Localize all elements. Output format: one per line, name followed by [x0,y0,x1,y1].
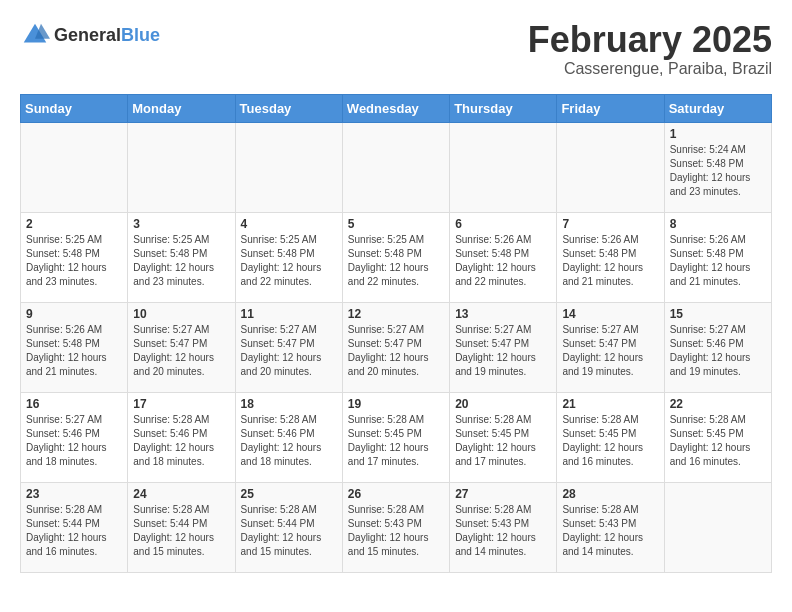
col-wednesday: Wednesday [342,94,449,122]
calendar-cell: 26Sunrise: 5:28 AM Sunset: 5:43 PM Dayli… [342,482,449,572]
day-number: 7 [562,217,658,231]
col-tuesday: Tuesday [235,94,342,122]
col-friday: Friday [557,94,664,122]
day-number: 2 [26,217,122,231]
calendar-cell: 12Sunrise: 5:27 AM Sunset: 5:47 PM Dayli… [342,302,449,392]
day-number: 24 [133,487,229,501]
day-number: 10 [133,307,229,321]
calendar-week-1: 1Sunrise: 5:24 AM Sunset: 5:48 PM Daylig… [21,122,772,212]
calendar-cell: 10Sunrise: 5:27 AM Sunset: 5:47 PM Dayli… [128,302,235,392]
col-sunday: Sunday [21,94,128,122]
day-info: Sunrise: 5:27 AM Sunset: 5:47 PM Dayligh… [133,323,229,379]
logo: GeneralBlue [20,20,160,50]
day-info: Sunrise: 5:28 AM Sunset: 5:44 PM Dayligh… [133,503,229,559]
col-saturday: Saturday [664,94,771,122]
day-number: 3 [133,217,229,231]
day-number: 16 [26,397,122,411]
calendar-cell: 17Sunrise: 5:28 AM Sunset: 5:46 PM Dayli… [128,392,235,482]
calendar-cell: 9Sunrise: 5:26 AM Sunset: 5:48 PM Daylig… [21,302,128,392]
day-info: Sunrise: 5:28 AM Sunset: 5:43 PM Dayligh… [455,503,551,559]
day-number: 1 [670,127,766,141]
day-number: 15 [670,307,766,321]
calendar-cell: 1Sunrise: 5:24 AM Sunset: 5:48 PM Daylig… [664,122,771,212]
day-info: Sunrise: 5:28 AM Sunset: 5:45 PM Dayligh… [670,413,766,469]
day-number: 6 [455,217,551,231]
logo-blue-text: Blue [121,25,160,45]
page-header: GeneralBlue February 2025 Casserengue, P… [20,20,772,78]
calendar-cell: 3Sunrise: 5:25 AM Sunset: 5:48 PM Daylig… [128,212,235,302]
calendar-cell: 7Sunrise: 5:26 AM Sunset: 5:48 PM Daylig… [557,212,664,302]
day-info: Sunrise: 5:26 AM Sunset: 5:48 PM Dayligh… [455,233,551,289]
day-number: 13 [455,307,551,321]
calendar-cell: 18Sunrise: 5:28 AM Sunset: 5:46 PM Dayli… [235,392,342,482]
calendar-cell: 16Sunrise: 5:27 AM Sunset: 5:46 PM Dayli… [21,392,128,482]
calendar-week-2: 2Sunrise: 5:25 AM Sunset: 5:48 PM Daylig… [21,212,772,302]
calendar-cell: 22Sunrise: 5:28 AM Sunset: 5:45 PM Dayli… [664,392,771,482]
calendar-cell: 5Sunrise: 5:25 AM Sunset: 5:48 PM Daylig… [342,212,449,302]
calendar-cell: 23Sunrise: 5:28 AM Sunset: 5:44 PM Dayli… [21,482,128,572]
calendar-cell [557,122,664,212]
calendar-cell: 14Sunrise: 5:27 AM Sunset: 5:47 PM Dayli… [557,302,664,392]
calendar-cell: 27Sunrise: 5:28 AM Sunset: 5:43 PM Dayli… [450,482,557,572]
calendar-week-5: 23Sunrise: 5:28 AM Sunset: 5:44 PM Dayli… [21,482,772,572]
calendar-cell: 28Sunrise: 5:28 AM Sunset: 5:43 PM Dayli… [557,482,664,572]
calendar-cell [21,122,128,212]
day-number: 20 [455,397,551,411]
day-info: Sunrise: 5:28 AM Sunset: 5:46 PM Dayligh… [241,413,337,469]
logo-general-text: General [54,25,121,45]
day-info: Sunrise: 5:28 AM Sunset: 5:44 PM Dayligh… [241,503,337,559]
calendar-table: Sunday Monday Tuesday Wednesday Thursday… [20,94,772,573]
day-info: Sunrise: 5:28 AM Sunset: 5:45 PM Dayligh… [455,413,551,469]
calendar-cell [235,122,342,212]
day-number: 22 [670,397,766,411]
calendar-cell: 21Sunrise: 5:28 AM Sunset: 5:45 PM Dayli… [557,392,664,482]
day-info: Sunrise: 5:25 AM Sunset: 5:48 PM Dayligh… [26,233,122,289]
logo-icon [20,20,50,50]
subtitle: Casserengue, Paraiba, Brazil [528,60,772,78]
calendar-cell: 15Sunrise: 5:27 AM Sunset: 5:46 PM Dayli… [664,302,771,392]
day-info: Sunrise: 5:25 AM Sunset: 5:48 PM Dayligh… [348,233,444,289]
day-number: 8 [670,217,766,231]
day-info: Sunrise: 5:25 AM Sunset: 5:48 PM Dayligh… [241,233,337,289]
title-area: February 2025 Casserengue, Paraiba, Braz… [528,20,772,78]
header-row: Sunday Monday Tuesday Wednesday Thursday… [21,94,772,122]
calendar-cell: 11Sunrise: 5:27 AM Sunset: 5:47 PM Dayli… [235,302,342,392]
calendar-cell: 19Sunrise: 5:28 AM Sunset: 5:45 PM Dayli… [342,392,449,482]
calendar-cell [342,122,449,212]
day-info: Sunrise: 5:27 AM Sunset: 5:47 PM Dayligh… [348,323,444,379]
calendar-cell: 2Sunrise: 5:25 AM Sunset: 5:48 PM Daylig… [21,212,128,302]
day-info: Sunrise: 5:28 AM Sunset: 5:44 PM Dayligh… [26,503,122,559]
col-monday: Monday [128,94,235,122]
calendar-cell [450,122,557,212]
day-info: Sunrise: 5:26 AM Sunset: 5:48 PM Dayligh… [670,233,766,289]
day-number: 5 [348,217,444,231]
day-number: 28 [562,487,658,501]
calendar-week-4: 16Sunrise: 5:27 AM Sunset: 5:46 PM Dayli… [21,392,772,482]
day-number: 25 [241,487,337,501]
col-thursday: Thursday [450,94,557,122]
day-info: Sunrise: 5:27 AM Sunset: 5:47 PM Dayligh… [562,323,658,379]
day-number: 18 [241,397,337,411]
day-number: 11 [241,307,337,321]
day-info: Sunrise: 5:27 AM Sunset: 5:47 PM Dayligh… [455,323,551,379]
day-info: Sunrise: 5:27 AM Sunset: 5:46 PM Dayligh… [26,413,122,469]
calendar-cell: 13Sunrise: 5:27 AM Sunset: 5:47 PM Dayli… [450,302,557,392]
day-info: Sunrise: 5:28 AM Sunset: 5:45 PM Dayligh… [562,413,658,469]
day-number: 27 [455,487,551,501]
calendar-cell: 4Sunrise: 5:25 AM Sunset: 5:48 PM Daylig… [235,212,342,302]
day-info: Sunrise: 5:27 AM Sunset: 5:47 PM Dayligh… [241,323,337,379]
day-info: Sunrise: 5:25 AM Sunset: 5:48 PM Dayligh… [133,233,229,289]
day-number: 21 [562,397,658,411]
calendar-cell: 6Sunrise: 5:26 AM Sunset: 5:48 PM Daylig… [450,212,557,302]
calendar-header: Sunday Monday Tuesday Wednesday Thursday… [21,94,772,122]
day-number: 26 [348,487,444,501]
day-number: 12 [348,307,444,321]
calendar-cell: 24Sunrise: 5:28 AM Sunset: 5:44 PM Dayli… [128,482,235,572]
calendar-cell: 25Sunrise: 5:28 AM Sunset: 5:44 PM Dayli… [235,482,342,572]
calendar-body: 1Sunrise: 5:24 AM Sunset: 5:48 PM Daylig… [21,122,772,572]
day-number: 17 [133,397,229,411]
calendar-cell: 20Sunrise: 5:28 AM Sunset: 5:45 PM Dayli… [450,392,557,482]
main-title: February 2025 [528,20,772,60]
day-info: Sunrise: 5:28 AM Sunset: 5:45 PM Dayligh… [348,413,444,469]
day-info: Sunrise: 5:27 AM Sunset: 5:46 PM Dayligh… [670,323,766,379]
